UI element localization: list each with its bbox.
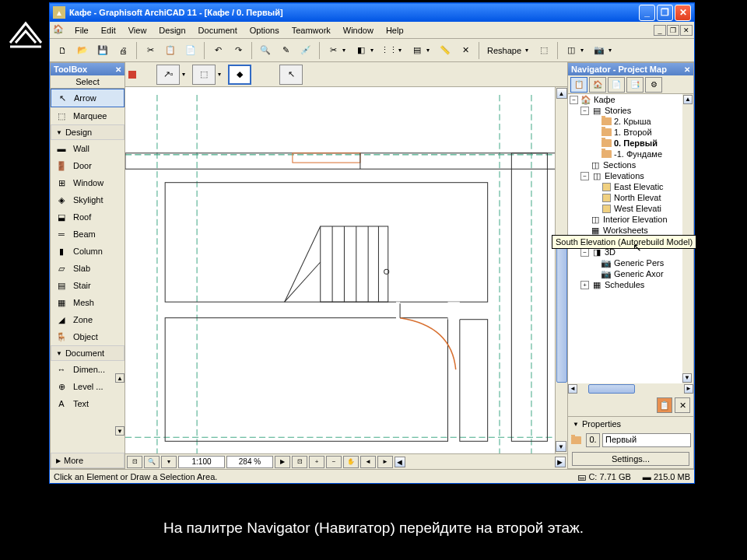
scroll-down[interactable]: ▼ bbox=[115, 426, 124, 436]
nav-scroll-thumb-h[interactable] bbox=[588, 384, 635, 394]
expand-icon[interactable]: − bbox=[570, 96, 578, 104]
grid-icon-button[interactable]: ⋮⋮ bbox=[380, 41, 398, 60]
tree-story-0[interactable]: 0. Первый bbox=[568, 138, 693, 149]
layout-book-tab[interactable]: 📄 bbox=[608, 77, 625, 93]
tool-level[interactable]: ⊕Level ... bbox=[51, 378, 124, 395]
scroll-right[interactable]: ► bbox=[555, 457, 566, 467]
tool-window[interactable]: ⊞Window bbox=[51, 174, 124, 191]
props-name[interactable]: Первый bbox=[602, 433, 691, 447]
tree-root[interactable]: −🏠Кафе bbox=[568, 94, 693, 105]
tool-roof[interactable]: ⬓Roof bbox=[51, 208, 124, 226]
project-map-tab[interactable]: 📋 bbox=[570, 77, 587, 93]
expand-icon[interactable]: − bbox=[580, 248, 589, 257]
tool-object[interactable]: 🪑Object bbox=[51, 328, 124, 345]
geometry-method-2[interactable]: ⬚ bbox=[192, 65, 216, 85]
tool-text[interactable]: AText bbox=[51, 395, 124, 412]
new-view-button[interactable]: 📋 bbox=[657, 397, 672, 413]
dropdown-arrow-icon[interactable]: ▾ bbox=[525, 47, 533, 54]
quick-options-2[interactable]: 🔍 bbox=[144, 456, 160, 468]
nav-scroll-right[interactable]: ► bbox=[684, 384, 693, 394]
tree-elevations[interactable]: −◫Elevations bbox=[568, 170, 693, 181]
zoom-play[interactable]: ▶ bbox=[275, 456, 290, 468]
close-button[interactable]: ✕ bbox=[675, 5, 691, 21]
tree-stories[interactable]: −▤Stories bbox=[568, 105, 693, 116]
canvas-scrollbar-h[interactable] bbox=[407, 457, 553, 467]
options-tab[interactable]: ⚙ bbox=[645, 77, 662, 93]
dropdown-arrow-icon[interactable]: ▾ bbox=[426, 47, 434, 54]
tree-schedules[interactable]: +▦Schedules bbox=[568, 279, 693, 290]
zoom-input[interactable] bbox=[226, 456, 273, 468]
save-button[interactable]: 💾 bbox=[93, 41, 112, 60]
floor-plan-canvas[interactable] bbox=[125, 87, 567, 469]
expand-icon[interactable]: − bbox=[580, 107, 589, 115]
nav-scroll-up[interactable]: ▲ bbox=[683, 95, 693, 104]
undo-button[interactable]: ↶ bbox=[209, 41, 227, 60]
minimize-button[interactable]: _ bbox=[639, 5, 655, 21]
trim-button[interactable]: ✂ bbox=[324, 41, 342, 60]
prev-view[interactable]: ◄ bbox=[360, 456, 376, 468]
open-button[interactable]: 📂 bbox=[73, 41, 92, 60]
camera-button[interactable]: 📷 bbox=[590, 41, 608, 60]
tree-north-elev[interactable]: North Elevat bbox=[568, 192, 693, 203]
quick-options-1[interactable]: ⊡ bbox=[127, 456, 142, 468]
tool-skylight[interactable]: ◈Skylight bbox=[51, 191, 124, 208]
mdi-restore[interactable]: ❐ bbox=[667, 25, 679, 36]
paste-button[interactable]: 📄 bbox=[181, 41, 200, 60]
dropdown-arrow-icon[interactable]: ▾ bbox=[370, 47, 378, 54]
scroll-left[interactable]: ◄ bbox=[395, 457, 405, 467]
reshape-button[interactable]: Reshape bbox=[483, 46, 525, 55]
menu-options[interactable]: Options bbox=[244, 24, 286, 37]
menu-edit[interactable]: Edit bbox=[95, 24, 122, 37]
tool-stair[interactable]: ▤Stair bbox=[51, 277, 124, 294]
design-section[interactable]: ▼ Design bbox=[51, 124, 124, 140]
tool-beam[interactable]: ═Beam bbox=[51, 226, 124, 243]
menu-help[interactable]: Help bbox=[380, 24, 410, 37]
quick-options-3[interactable]: ▾ bbox=[161, 456, 177, 468]
copy-button[interactable]: 📋 bbox=[161, 41, 180, 60]
syringe-button[interactable]: 💉 bbox=[296, 41, 315, 60]
maximize-button[interactable]: ❐ bbox=[657, 5, 673, 21]
dropdown-arrow-icon[interactable]: ▾ bbox=[342, 47, 350, 54]
dropdown-arrow-icon[interactable]: ▾ bbox=[398, 47, 406, 54]
menu-window[interactable]: Window bbox=[337, 24, 380, 37]
dropdown-arrow-icon[interactable]: ▾ bbox=[608, 47, 616, 54]
menu-design[interactable]: Design bbox=[153, 24, 191, 37]
zoom-out-button[interactable]: − bbox=[326, 456, 342, 468]
more-section[interactable]: ▶More bbox=[51, 453, 124, 468]
geometry-method-3[interactable]: ◆ bbox=[228, 65, 251, 85]
menu-teamwork[interactable]: Teamwork bbox=[286, 24, 337, 37]
new-button[interactable]: 🗋 bbox=[53, 41, 72, 60]
scroll-thumb-v[interactable] bbox=[556, 243, 567, 383]
infobox-close[interactable] bbox=[128, 71, 136, 79]
redo-button[interactable]: ↷ bbox=[229, 41, 247, 60]
tool-wall[interactable]: ▬Wall bbox=[51, 140, 124, 157]
tree-story-neg1[interactable]: -1. Фундаме bbox=[568, 149, 693, 159]
find-button[interactable]: 🔍 bbox=[256, 41, 275, 60]
tree-perspective[interactable]: 📷Generic Pers bbox=[568, 257, 693, 268]
edit-button[interactable]: ⬚ bbox=[535, 41, 553, 60]
tool-door[interactable]: 🚪Door bbox=[51, 157, 124, 174]
tree-story-1[interactable]: 1. Второй bbox=[568, 127, 693, 138]
tool-zone[interactable]: ◢Zone bbox=[51, 311, 124, 328]
menu-file[interactable]: File bbox=[68, 24, 95, 37]
arrow-mode[interactable]: ↖ bbox=[279, 65, 303, 85]
dropdown-arrow-icon[interactable]: ▾ bbox=[182, 71, 190, 78]
tree-interior[interactable]: ◫Interior Elevation bbox=[568, 214, 693, 225]
tree-east-elev[interactable]: East Elevatic bbox=[568, 181, 693, 192]
properties-header[interactable]: ▼ Properties bbox=[568, 416, 693, 431]
menu-document[interactable]: Document bbox=[192, 24, 244, 37]
scroll-up-button[interactable]: ▲ bbox=[556, 88, 567, 99]
expand-icon[interactable]: − bbox=[580, 172, 589, 180]
toolbox-close[interactable]: ✕ bbox=[115, 65, 121, 74]
menu-view[interactable]: View bbox=[122, 24, 153, 37]
geometry-method-1[interactable]: ↗▫ bbox=[156, 65, 180, 85]
nav-scroll-down[interactable]: ▼ bbox=[682, 373, 692, 383]
dropdown-arrow-icon[interactable]: ▾ bbox=[580, 47, 588, 54]
solid-button[interactable]: ◧ bbox=[352, 41, 370, 60]
tool-arrow[interactable]: ↖ Arrow bbox=[51, 89, 124, 107]
delete-button[interactable]: ✕ bbox=[456, 41, 475, 60]
canvas-scrollbar-v[interactable]: ▲ ▼ bbox=[555, 87, 567, 453]
mdi-close[interactable]: ✕ bbox=[680, 25, 693, 36]
tree-worksheets[interactable]: ▦Worksheets bbox=[568, 225, 693, 236]
tree-sections[interactable]: ◫Sections bbox=[568, 159, 693, 170]
